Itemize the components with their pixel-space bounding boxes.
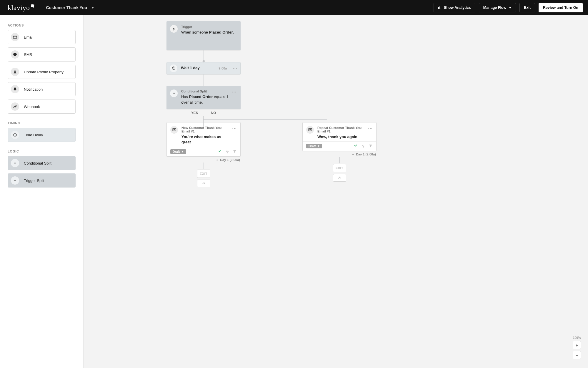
bar-chart-icon [438, 6, 442, 9]
exit-label: Exit [524, 6, 531, 10]
svg-rect-2 [441, 8, 441, 9]
manage-flow-button[interactable]: Manage Flow ▼ [479, 3, 516, 12]
svg-rect-0 [438, 7, 439, 9]
brand-logo: klaviyo [8, 4, 34, 12]
exit-button[interactable]: Exit [519, 3, 535, 12]
show-analytics-button[interactable]: Show Analytics [434, 3, 475, 12]
flow-title-dropdown[interactable]: Customer Thank You ▼ [46, 5, 94, 10]
review-label: Review and Turn On [543, 6, 578, 10]
caret-down-icon: ▼ [91, 6, 94, 9]
brand-name: klaviyo [8, 4, 30, 12]
review-button[interactable]: Review and Turn On [539, 3, 583, 12]
brand-mark-icon [31, 4, 34, 7]
flow-title: Customer Thank You [46, 5, 87, 10]
caret-down-icon: ▼ [509, 6, 512, 9]
show-analytics-label: Show Analytics [444, 6, 471, 10]
manage-flow-label: Manage Flow [483, 6, 506, 10]
header-divider [40, 0, 40, 15]
app-header: klaviyo Customer Thank You ▼ Show Analyt… [0, 0, 588, 15]
svg-rect-1 [439, 6, 440, 9]
